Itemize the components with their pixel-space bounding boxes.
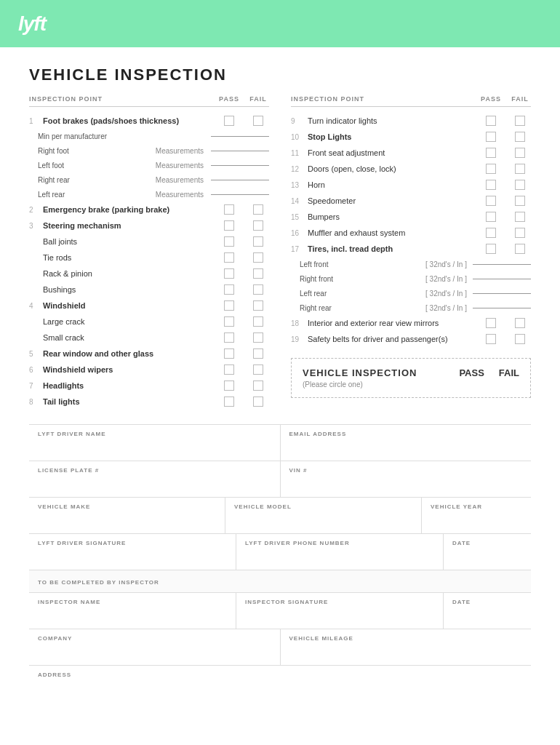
inspector-header-text: TO BE COMPLETED BY INSPECTOR — [38, 579, 159, 586]
small-crack-fail-checkbox[interactable] — [253, 332, 263, 343]
email-input[interactable] — [289, 441, 523, 450]
emergency-brake-pass-checkbox[interactable] — [224, 204, 234, 215]
rear-window-fail-checkbox[interactable] — [253, 348, 263, 359]
phone-label: LYFT DRIVER PHONE NUMBER — [245, 540, 434, 546]
item-horn: 13 Horn — [291, 177, 531, 193]
inspector-date-input[interactable] — [452, 609, 522, 618]
address-input[interactable] — [38, 682, 522, 690]
form-field-vin: VIN # — [281, 461, 532, 497]
item-windshield: 4 Windshield — [29, 298, 269, 314]
item-safety-belts: 19 Safety belts for driver and passenger… — [291, 331, 531, 347]
front-seat-fail-checkbox[interactable] — [515, 148, 525, 158]
inspection-result-box: VEHICLE INSPECTION (Please circle one) P… — [291, 358, 531, 398]
item-large-crack: Large crack — [29, 314, 269, 330]
muffler-fail-checkbox[interactable] — [515, 228, 525, 238]
inspector-sig-input[interactable] — [245, 609, 434, 618]
tie-rods-fail-checkbox[interactable] — [253, 252, 263, 263]
rack-pinion-pass-checkbox[interactable] — [224, 268, 234, 279]
bushings-fail-checkbox[interactable] — [253, 284, 263, 295]
item-doors: 12 Doors (open, close, lock) — [291, 161, 531, 177]
speedometer-fail-checkbox[interactable] — [515, 196, 525, 206]
steering-fail-checkbox[interactable] — [253, 220, 263, 231]
windshield-pass-checkbox[interactable] — [224, 300, 234, 311]
foot-brakes-pass-checkbox[interactable] — [224, 116, 234, 126]
right-column: INSPECTION POINT PASS FAIL 9 Turn indica… — [291, 95, 531, 410]
doors-fail-checkbox[interactable] — [515, 164, 525, 174]
year-input[interactable] — [431, 514, 522, 522]
safety-belts-pass-checkbox[interactable] — [486, 334, 496, 344]
bumpers-pass-checkbox[interactable] — [486, 212, 496, 222]
company-input[interactable] — [38, 645, 271, 654]
vin-input[interactable] — [289, 477, 523, 486]
speedometer-pass-checkbox[interactable] — [486, 196, 496, 206]
vin-label: VIN # — [289, 467, 523, 474]
large-crack-pass-checkbox[interactable] — [224, 316, 234, 327]
doors-pass-checkbox[interactable] — [486, 164, 496, 174]
item-right-rear-foot: Right rear Measurements — [29, 172, 269, 187]
inspection-pass-label: PASS — [459, 367, 484, 378]
safety-belts-fail-checkbox[interactable] — [515, 334, 525, 344]
inspector-name-input[interactable] — [38, 609, 227, 618]
inspector-section-header: TO BE COMPLETED BY INSPECTOR — [29, 570, 531, 592]
tires-fail-checkbox[interactable] — [515, 244, 525, 254]
page-title: VEHICLE INSPECTION — [29, 65, 531, 84]
ball-joints-pass-checkbox[interactable] — [224, 236, 234, 247]
mirrors-pass-checkbox[interactable] — [486, 318, 496, 328]
bushings-pass-checkbox[interactable] — [224, 284, 234, 295]
foot-brakes-fail-checkbox[interactable] — [253, 116, 263, 126]
emergency-brake-fail-checkbox[interactable] — [253, 204, 263, 215]
phone-input[interactable] — [245, 550, 434, 559]
item-windshield-wipers: 6 Windshield wipers — [29, 362, 269, 378]
steering-pass-checkbox[interactable] — [224, 220, 234, 231]
inspection-box-subtitle: (Please circle one) — [303, 381, 417, 389]
tail-lights-pass-checkbox[interactable] — [224, 397, 234, 407]
make-input[interactable] — [38, 514, 216, 522]
mirrors-fail-checkbox[interactable] — [515, 318, 525, 328]
muffler-pass-checkbox[interactable] — [486, 228, 496, 238]
driver-sig-input[interactable] — [38, 550, 227, 559]
form-section: LYFT DRIVER NAME EMAIL ADDRESS LICENSE P… — [29, 424, 531, 701]
form-field-model: VEHICLE MODEL — [225, 498, 422, 533]
model-input[interactable] — [234, 514, 412, 522]
tail-lights-fail-checkbox[interactable] — [253, 397, 263, 407]
license-input[interactable] — [38, 477, 271, 486]
wipers-pass-checkbox[interactable] — [224, 364, 234, 375]
headlights-fail-checkbox[interactable] — [253, 381, 263, 391]
windshield-fail-checkbox[interactable] — [253, 300, 263, 311]
small-crack-pass-checkbox[interactable] — [224, 332, 234, 343]
inspection-fail-label: FAIL — [499, 367, 519, 378]
left-column: INSPECTION POINT PASS FAIL 1 Foot brakes… — [29, 95, 269, 410]
headlights-pass-checkbox[interactable] — [224, 381, 234, 391]
form-field-address: ADDRESS — [29, 666, 531, 701]
item-bumpers: 15 Bumpers — [291, 209, 531, 225]
model-label: VEHICLE MODEL — [234, 503, 412, 510]
wipers-fail-checkbox[interactable] — [253, 364, 263, 375]
tires-pass-checkbox[interactable] — [486, 244, 496, 254]
item-tie-rods: Tie rods — [29, 250, 269, 266]
lyft-logo: lyft — [18, 12, 46, 36]
item-right-foot: Right foot Measurements — [29, 143, 269, 158]
address-label: ADDRESS — [38, 672, 522, 678]
turn-indicator-pass-checkbox[interactable] — [486, 116, 496, 126]
company-label: COMPANY — [38, 635, 271, 642]
tie-rods-pass-checkbox[interactable] — [224, 252, 234, 263]
stop-lights-pass-checkbox[interactable] — [486, 132, 496, 142]
stop-lights-fail-checkbox[interactable] — [515, 132, 525, 142]
rack-pinion-fail-checkbox[interactable] — [253, 268, 263, 279]
bumpers-fail-checkbox[interactable] — [515, 212, 525, 222]
horn-fail-checkbox[interactable] — [515, 180, 525, 190]
item-rack-pinion: Rack & pinion — [29, 266, 269, 282]
front-seat-pass-checkbox[interactable] — [486, 148, 496, 158]
turn-indicator-fail-checkbox[interactable] — [515, 116, 525, 126]
driver-sig-label: LYFT DRIVER SIGNATURE — [38, 540, 227, 546]
horn-pass-checkbox[interactable] — [486, 180, 496, 190]
driver-name-input[interactable] — [38, 441, 271, 450]
form-field-date: DATE — [444, 534, 531, 570]
item-steering-mechanism: 3 Steering mechanism — [29, 218, 269, 234]
form-row-address: ADDRESS — [29, 665, 531, 701]
ball-joints-fail-checkbox[interactable] — [253, 236, 263, 247]
rear-window-pass-checkbox[interactable] — [224, 348, 234, 359]
mileage-input[interactable] — [289, 645, 523, 654]
large-crack-fail-checkbox[interactable] — [253, 316, 263, 327]
date-input[interactable] — [452, 550, 522, 559]
